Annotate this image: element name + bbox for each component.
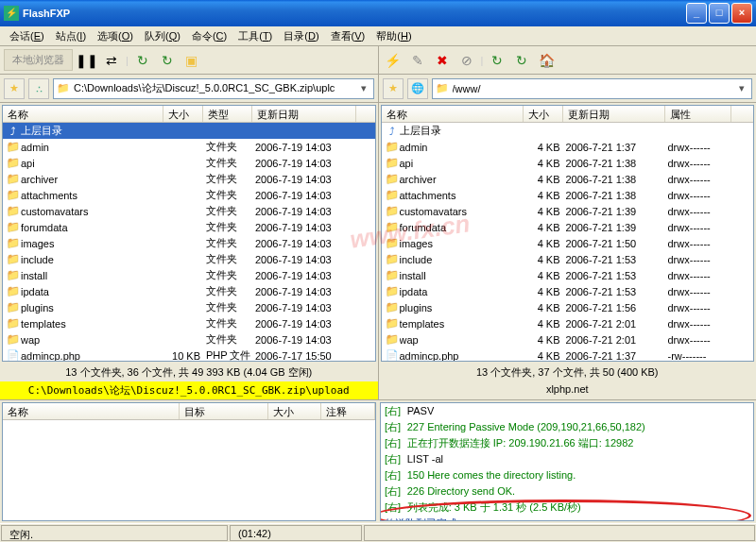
pause-icon[interactable]: ❚❚: [77, 50, 97, 71]
log-line: [右] 正在打开数据连接 IP: 209.190.21.66 端口: 12982: [381, 435, 753, 451]
col-大小[interactable]: 大小: [524, 106, 563, 122]
list-item[interactable]: 📁customavatars文件夹2006-7-19 14:03: [3, 203, 375, 219]
col-类型[interactable]: 类型: [203, 106, 252, 122]
chevron-down-icon[interactable]: ▾: [357, 82, 370, 94]
star-icon[interactable]: ★: [4, 78, 25, 99]
tree-icon[interactable]: ⛬: [28, 78, 49, 99]
quick-connect-icon[interactable]: ✎: [407, 50, 428, 71]
list-item[interactable]: 📁forumdata4 KB2006-7-21 1:39drwx------: [382, 219, 754, 235]
list-item[interactable]: 📁install文件夹2006-7-19 14:03: [3, 267, 375, 283]
list-item[interactable]: ⤴上层目录: [382, 123, 754, 139]
refresh3-icon[interactable]: ↻: [487, 50, 507, 71]
cell-attr: drwx------: [668, 142, 734, 153]
list-item[interactable]: 📁attachments4 KB2006-7-21 1:38drwx------: [382, 187, 754, 203]
list-item[interactable]: 📁admin4 KB2006-7-21 1:37drwx------: [382, 139, 754, 155]
listview-body[interactable]: ⤴上层目录📁admin文件夹2006-7-19 14:03📁api文件夹2006…: [3, 123, 375, 361]
list-item[interactable]: 📁wap4 KB2006-7-21 2:01drwx------: [382, 331, 754, 347]
local-listview[interactable]: 名称大小类型更新日期 ⤴上层目录📁admin文件夹2006-7-19 14:03…: [2, 105, 376, 362]
menu-O[interactable]: 选项(O): [92, 27, 139, 45]
log-view[interactable]: [右] PASV[右] 227 Entering Passive Mode (2…: [380, 402, 754, 521]
globe-icon[interactable]: 🌐: [407, 78, 428, 99]
col-注释[interactable]: 注释: [321, 403, 375, 419]
address-right[interactable]: 📁 ▾: [432, 78, 753, 99]
transfer-icon[interactable]: ⇄: [101, 50, 122, 71]
col-名称[interactable]: 名称: [3, 106, 163, 122]
col-更新日期[interactable]: 更新日期: [563, 106, 665, 122]
menu-T[interactable]: 工具(T): [232, 27, 278, 45]
refresh4-icon[interactable]: ↻: [511, 50, 532, 71]
list-item[interactable]: 📁install4 KB2006-7-21 1:53drwx------: [382, 267, 754, 283]
titlebar[interactable]: ⚡ FlashFXP _ □ ×: [0, 0, 756, 26]
folder-icon: 📁: [6, 333, 21, 346]
menu-C[interactable]: 命令(C): [186, 27, 232, 45]
list-item[interactable]: 📁forumdata文件夹2006-7-19 14:03: [3, 219, 375, 235]
home-icon[interactable]: 🏠: [536, 50, 557, 71]
listview-body[interactable]: ⤴上层目录📁admin4 KB2006-7-21 1:37drwx------📁…: [382, 123, 754, 361]
folder-icon: 📁: [6, 157, 21, 169]
menu-E[interactable]: 会话(E): [4, 27, 50, 45]
col-更新日期[interactable]: 更新日期: [252, 106, 356, 122]
col-目标[interactable]: 目标: [180, 403, 268, 419]
refresh2-icon[interactable]: ↻: [157, 50, 178, 71]
col-大小[interactable]: 大小: [163, 106, 203, 122]
cell-attr: drwx------: [668, 190, 734, 201]
list-item[interactable]: 📄admincp.php10 KBPHP 文件2006-7-17 15:50: [3, 347, 375, 361]
address-left-input[interactable]: [74, 83, 357, 94]
folder-icon: 📁: [6, 269, 21, 281]
folder-icon: 📁: [385, 333, 400, 346]
list-item[interactable]: 📁wap文件夹2006-7-19 14:03: [3, 331, 375, 347]
cell-date: 2006-7-21 1:53: [566, 254, 668, 265]
menu-H[interactable]: 帮助(H): [370, 27, 417, 45]
list-item[interactable]: 📄admincp.php4 KB2006-7-21 1:37-rw-------: [382, 347, 754, 361]
list-item[interactable]: ⤴上层目录: [3, 123, 375, 139]
list-item[interactable]: 📁archiver4 KB2006-7-21 1:38drwx------: [382, 171, 754, 187]
menu-D[interactable]: 目录(D): [278, 27, 324, 45]
cell-date: 2006-7-19 14:03: [255, 142, 359, 153]
col-属性[interactable]: 属性: [665, 106, 731, 122]
cell-name: 上层目录: [400, 124, 526, 138]
close-button[interactable]: ×: [731, 3, 752, 24]
list-item[interactable]: 📁images4 KB2006-7-21 1:50drwx------: [382, 235, 754, 251]
list-item[interactable]: 📁templates文件夹2006-7-19 14:03: [3, 315, 375, 331]
list-item[interactable]: 📁include文件夹2006-7-19 14:03: [3, 251, 375, 267]
col-名称[interactable]: 名称: [3, 403, 180, 419]
disconnect-icon[interactable]: ✖: [432, 50, 453, 71]
address-right-input[interactable]: [453, 83, 736, 94]
remote-listview[interactable]: 名称大小更新日期属性 ⤴上层目录📁admin4 KB2006-7-21 1:37…: [381, 105, 755, 362]
connect-icon[interactable]: ⚡: [383, 50, 404, 71]
list-item[interactable]: 📁include4 KB2006-7-21 1:53drwx------: [382, 251, 754, 267]
chevron-down-icon[interactable]: ▾: [735, 82, 748, 94]
cell-size: 4 KB: [526, 158, 566, 169]
list-item[interactable]: 📁images文件夹2006-7-19 14:03: [3, 235, 375, 251]
list-item[interactable]: 📁customavatars4 KB2006-7-21 1:39drwx----…: [382, 203, 754, 219]
list-item[interactable]: 📁plugins4 KB2006-7-21 1:56drwx------: [382, 299, 754, 315]
cell-attr: drwx------: [668, 174, 734, 185]
list-item[interactable]: 📁plugins文件夹2006-7-19 14:03: [3, 299, 375, 315]
star-icon[interactable]: ★: [383, 78, 404, 99]
maximize-button[interactable]: □: [709, 3, 730, 24]
menu-V[interactable]: 查看(V): [325, 27, 371, 45]
list-item[interactable]: 📁attachments文件夹2006-7-19 14:03: [3, 187, 375, 203]
col-大小[interactable]: 大小: [268, 403, 322, 419]
menu-Q[interactable]: 队列(Q): [139, 27, 186, 45]
cell-date: 2006-7-19 14:03: [255, 238, 359, 249]
list-item[interactable]: 📁api4 KB2006-7-21 1:38drwx------: [382, 155, 754, 171]
menu-I[interactable]: 站点(I): [50, 27, 92, 45]
cell-attr: drwx------: [668, 254, 734, 265]
list-item[interactable]: 📁admin文件夹2006-7-19 14:03: [3, 139, 375, 155]
col-名称[interactable]: 名称: [382, 106, 524, 122]
abort-icon[interactable]: ▣: [181, 50, 202, 71]
list-item[interactable]: 📁ipdata4 KB2006-7-21 1:53drwx------: [382, 283, 754, 299]
cell-name: forumdata: [21, 222, 166, 233]
list-item[interactable]: 📁templates4 KB2006-7-21 2:01drwx------: [382, 315, 754, 331]
abortx-icon[interactable]: ⊘: [456, 50, 477, 71]
cell-name: archiver: [400, 174, 526, 185]
list-item[interactable]: 📁api文件夹2006-7-19 14:03: [3, 155, 375, 171]
list-item[interactable]: 📁ipdata文件夹2006-7-19 14:03: [3, 283, 375, 299]
list-item[interactable]: 📁archiver文件夹2006-7-19 14:03: [3, 171, 375, 187]
folder-icon: 📁: [385, 221, 400, 233]
address-left[interactable]: 📁 ▾: [53, 78, 374, 99]
refresh-icon[interactable]: ↻: [132, 50, 153, 71]
queue-view[interactable]: 名称目标大小注释: [2, 402, 376, 521]
minimize-button[interactable]: _: [686, 3, 707, 24]
